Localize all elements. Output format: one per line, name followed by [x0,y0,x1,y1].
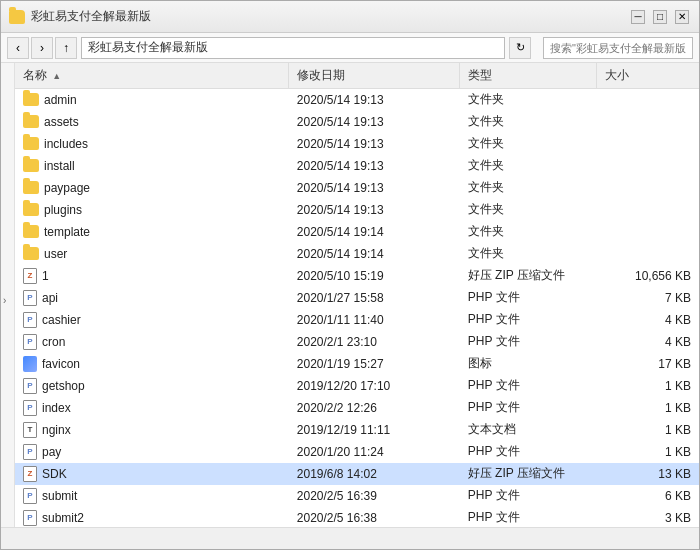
file-name-inner: install [23,159,281,173]
expand-arrow[interactable]: › [3,295,6,306]
table-row[interactable]: 12020/5/10 15:19好压 ZIP 压缩文件10,656 KB [15,265,699,287]
file-date-cell: 2020/5/14 19:13 [289,177,460,199]
table-row[interactable]: cashier2020/1/11 11:40PHP 文件4 KB [15,309,699,331]
folder-icon [23,225,39,238]
file-type-cell: 文件夹 [460,177,597,199]
table-row[interactable]: cron2020/2/1 23:10PHP 文件4 KB [15,331,699,353]
table-row[interactable]: plugins2020/5/14 19:13文件夹 [15,199,699,221]
file-size-cell [596,177,699,199]
file-name-cell: admin [15,89,289,111]
file-table: 名称 ▲ 修改日期 类型 大小 [15,63,699,527]
file-name-inner: getshop [23,378,281,394]
file-name-inner: submit2 [23,510,281,526]
php-icon [23,510,37,526]
address-input[interactable] [81,37,505,59]
title-bar-controls: ─ □ ✕ [629,10,691,24]
file-type-cell: 文件夹 [460,155,597,177]
folder-icon [23,93,39,106]
file-name-cell: SDK [15,463,289,485]
table-row[interactable]: api2020/1/27 15:58PHP 文件7 KB [15,287,699,309]
file-size-cell [596,111,699,133]
table-row[interactable]: user2020/5/14 19:14文件夹 [15,243,699,265]
file-name-cell: install [15,155,289,177]
table-row[interactable]: includes2020/5/14 19:13文件夹 [15,133,699,155]
file-date-cell: 2020/2/2 12:26 [289,397,460,419]
file-name-cell: plugins [15,199,289,221]
table-row[interactable]: template2020/5/14 19:14文件夹 [15,221,699,243]
close-button[interactable]: ✕ [675,10,689,24]
title-bar-left: 彩虹易支付全解最新版 [9,8,629,25]
file-size-cell [596,89,699,111]
file-name-cell: submit [15,485,289,507]
ico-icon [23,356,37,372]
table-row[interactable]: admin2020/5/14 19:13文件夹 [15,89,699,111]
file-type-cell: 图标 [460,353,597,375]
table-row[interactable]: paypage2020/5/14 19:13文件夹 [15,177,699,199]
minimize-button[interactable]: ─ [631,10,645,24]
file-date-cell: 2020/5/10 15:19 [289,265,460,287]
window-folder-icon [9,10,25,24]
table-row[interactable]: getshop2019/12/20 17:10PHP 文件1 KB [15,375,699,397]
file-list-area[interactable]: 名称 ▲ 修改日期 类型 大小 [15,63,699,527]
file-type-cell: 文件夹 [460,133,597,155]
table-row[interactable]: install2020/5/14 19:13文件夹 [15,155,699,177]
table-row[interactable]: favicon2020/1/19 15:27图标17 KB [15,353,699,375]
folder-icon [23,159,39,172]
php-icon [23,334,37,350]
file-type-cell: 文件夹 [460,243,597,265]
back-button[interactable]: ‹ [7,37,29,59]
file-name-text: index [42,401,71,415]
refresh-button[interactable]: ↻ [509,37,531,59]
file-date-cell: 2020/1/11 11:40 [289,309,460,331]
php-icon [23,400,37,416]
file-size-cell [596,155,699,177]
file-type-cell: 文本文档 [460,419,597,441]
forward-button[interactable]: › [31,37,53,59]
file-name-text: 1 [42,269,49,283]
file-name-text: nginx [42,423,71,437]
table-row[interactable]: submit2020/2/5 16:39PHP 文件6 KB [15,485,699,507]
maximize-button[interactable]: □ [653,10,667,24]
php-icon [23,444,37,460]
file-table-body: admin2020/5/14 19:13文件夹assets2020/5/14 1… [15,89,699,528]
file-name-cell: submit2 [15,507,289,528]
table-row[interactable]: assets2020/5/14 19:13文件夹 [15,111,699,133]
file-size-cell: 1 KB [596,375,699,397]
search-bar [543,37,693,59]
table-row[interactable]: SDK2019/6/8 14:02好压 ZIP 压缩文件13 KB [15,463,699,485]
file-date-cell: 2020/5/14 19:13 [289,111,460,133]
col-header-size[interactable]: 大小 [596,63,699,89]
file-name-text: pay [42,445,61,459]
file-explorer-window: 彩虹易支付全解最新版 ─ □ ✕ ‹ › ↑ ↻ › [0,0,700,550]
file-type-cell: 文件夹 [460,199,597,221]
file-name-cell: 1 [15,265,289,287]
file-type-cell: 好压 ZIP 压缩文件 [460,463,597,485]
left-panel: › [1,63,15,527]
table-row[interactable]: nginx2019/12/19 11:11文本文档1 KB [15,419,699,441]
file-name-inner: assets [23,115,281,129]
table-row[interactable]: pay2020/1/20 11:24PHP 文件1 KB [15,441,699,463]
file-name-text: template [44,225,90,239]
file-date-cell: 2019/6/8 14:02 [289,463,460,485]
table-row[interactable]: index2020/2/2 12:26PHP 文件1 KB [15,397,699,419]
file-date-cell: 2019/12/19 11:11 [289,419,460,441]
file-name-cell: includes [15,133,289,155]
file-type-cell: PHP 文件 [460,331,597,353]
file-name-text: admin [44,93,77,107]
col-header-date[interactable]: 修改日期 [289,63,460,89]
file-name-inner: submit [23,488,281,504]
file-date-cell: 2020/5/14 19:14 [289,221,460,243]
search-input[interactable] [543,37,693,59]
up-button[interactable]: ↑ [55,37,77,59]
file-type-cell: 文件夹 [460,111,597,133]
file-type-cell: PHP 文件 [460,441,597,463]
file-type-cell: 文件夹 [460,89,597,111]
col-header-type[interactable]: 类型 [460,63,597,89]
file-name-inner: includes [23,137,281,151]
file-size-cell [596,221,699,243]
file-name-inner: paypage [23,181,281,195]
file-date-cell: 2019/12/20 17:10 [289,375,460,397]
col-header-name[interactable]: 名称 ▲ [15,63,289,89]
table-row[interactable]: submit22020/2/5 16:38PHP 文件3 KB [15,507,699,528]
file-name-inner: admin [23,93,281,107]
